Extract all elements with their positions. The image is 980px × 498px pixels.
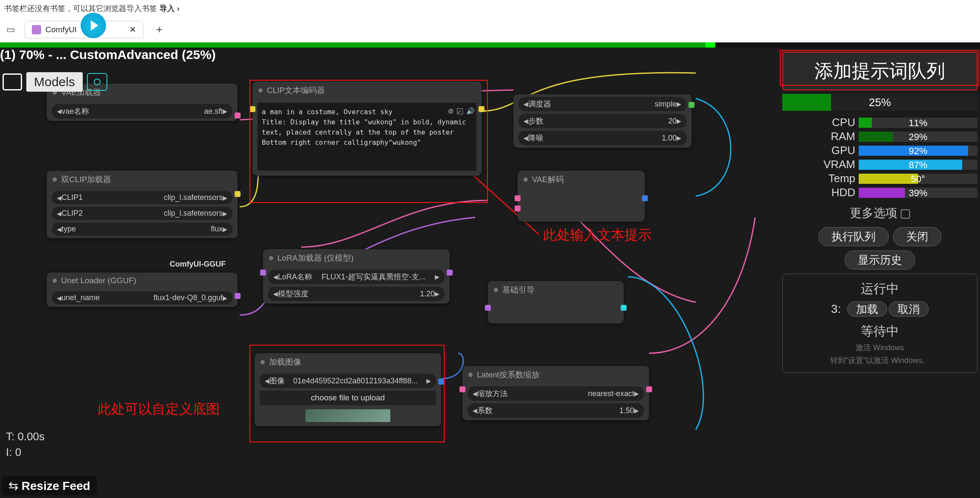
stat-row-gpu: GPU92% bbox=[782, 144, 977, 157]
socket-input[interactable] bbox=[485, 305, 491, 311]
node-title: 加载图像 bbox=[269, 357, 301, 368]
tab-home-icon[interactable]: ▭ bbox=[0, 20, 21, 39]
clip1-widget[interactable]: ◀CLIP1clip_l.safetensors▶ bbox=[52, 191, 232, 204]
steps-widget[interactable]: ◀步数20▶ bbox=[518, 114, 686, 128]
node-title: LoRA加载器 (仅模型) bbox=[277, 253, 353, 264]
bookmark-hint-text: 书签栏还没有书签，可以其它浏览器导入书签 bbox=[4, 3, 157, 14]
stat-row-hdd: HDD39% bbox=[782, 186, 977, 199]
socket-output[interactable] bbox=[235, 191, 241, 197]
node-latent-scale[interactable]: Latent按系数缩放 ◀缩放方法nearest-exact▶ ◀系数1.50▶ bbox=[462, 366, 649, 420]
waiting-title: 等待中 bbox=[783, 323, 977, 340]
node-title: Latent按系数缩放 bbox=[477, 369, 540, 380]
execution-stats: T: 0.00s I: 0 bbox=[6, 429, 45, 460]
stat-row-temp: Temp50° bbox=[782, 172, 977, 185]
chevron-right-icon[interactable]: ▶ bbox=[223, 108, 227, 115]
import-bookmarks-link[interactable]: 导入 › bbox=[160, 3, 179, 14]
node-lora-loader[interactable]: LoRA加载器 (仅模型) ◀LoRA名称FLUX1-超写实逼真黑悟空-支...… bbox=[263, 249, 450, 304]
node-basic-guide[interactable]: 基础引导 bbox=[488, 281, 624, 324]
lora-strength-widget[interactable]: ◀模型强度1.20▶ bbox=[268, 287, 445, 301]
link-icon[interactable]: ⊘ bbox=[448, 107, 454, 115]
socket-output[interactable] bbox=[438, 379, 444, 385]
windows-watermark-2: 转到"设置"以激活 Windows。 bbox=[783, 355, 977, 366]
camera-icon[interactable] bbox=[87, 73, 107, 91]
progress-percent: 25% bbox=[782, 96, 977, 109]
node-dual-clip-loader[interactable]: 双CLIP加载器 ◀CLIP1clip_l.safetensors▶ ◀CLIP… bbox=[47, 171, 238, 238]
node-title: 基础引导 bbox=[502, 284, 535, 295]
upload-file-button[interactable]: choose file to upload bbox=[260, 391, 436, 405]
lora-name-widget[interactable]: ◀LoRA名称FLUX1-超写实逼真黑悟空-支...▶ bbox=[268, 270, 445, 284]
image-preview bbox=[305, 409, 390, 422]
unet-name-widget[interactable]: ◀unet_nameflux1-dev-Q8_0.gguf▶ bbox=[52, 291, 232, 304]
clip2-widget[interactable]: ◀CLIP2clip_l.safetensors▶ bbox=[52, 207, 232, 220]
socket-output[interactable] bbox=[646, 386, 652, 392]
node-title: VAE解码 bbox=[532, 174, 564, 185]
global-progress-bar bbox=[0, 42, 980, 48]
load-button[interactable]: 加载 bbox=[847, 301, 887, 317]
running-count: 3: bbox=[831, 302, 841, 315]
scale-method-widget[interactable]: ◀缩放方法nearest-exact▶ bbox=[468, 386, 644, 401]
socket-input[interactable] bbox=[515, 195, 521, 201]
more-options-toggle[interactable]: 更多选项 bbox=[782, 205, 977, 221]
windows-watermark-1: 激活 Windows bbox=[783, 343, 977, 353]
prompt-textarea[interactable]: a man in a costume, Overcast sky Title: … bbox=[258, 103, 476, 171]
node-title: Unet Loader (GGUF) bbox=[61, 276, 136, 285]
stat-row-ram: RAM29% bbox=[782, 130, 977, 143]
socket-input[interactable] bbox=[459, 386, 465, 392]
node-vae-decode[interactable]: VAE解码 bbox=[518, 171, 645, 222]
browser-bookmark-bar: 书签栏还没有书签，可以其它浏览器导入书签 导入 › bbox=[0, 0, 980, 17]
new-tab-button[interactable]: + bbox=[156, 23, 162, 36]
progress-bar: 25% bbox=[782, 94, 977, 111]
folder-icon[interactable] bbox=[3, 73, 22, 90]
node-clip-text-encode[interactable]: CLIP文本编码器 ⊘ 🔊 a man in a costume, Overca… bbox=[252, 82, 482, 176]
chevron-left-icon[interactable]: ◀ bbox=[57, 108, 62, 115]
control-panel: 添加提示词队列 25% CPU11%RAM29%GPU92%VRAM87%Tem… bbox=[782, 52, 977, 373]
node-canvas[interactable]: (1) 70% - ... CustomAdvanced (25%) Model… bbox=[0, 48, 980, 498]
annotation-text-image: 此处可以自定义底图 bbox=[98, 400, 220, 419]
scheduler-widget[interactable]: ◀调度器simple▶ bbox=[518, 97, 686, 111]
socket-output[interactable] bbox=[689, 102, 694, 108]
socket-output[interactable] bbox=[235, 293, 241, 299]
tab-title: ComfyUI bbox=[45, 25, 77, 34]
node-load-image[interactable]: 加载图像 ◀图像01e4d459522cd2a8012193a34ff88...… bbox=[255, 353, 441, 426]
resize-feed-button[interactable]: Resize Feed bbox=[2, 476, 97, 495]
stat-iter: I: 0 bbox=[6, 445, 45, 460]
node-sampler-options[interactable]: ◀调度器simple▶ ◀步数20▶ ◀降噪1.00▶ bbox=[513, 94, 692, 148]
queue-prompt-button[interactable]: 添加提示词队列 bbox=[782, 52, 977, 90]
checkbox-icon[interactable] bbox=[457, 108, 463, 114]
cancel-button[interactable]: 取消 bbox=[889, 301, 929, 317]
node-unet-loader[interactable]: Unet Loader (GGUF) ◀unet_nameflux1-dev-Q… bbox=[47, 273, 238, 307]
stat-time: T: 0.00s bbox=[6, 429, 45, 444]
socket-input[interactable] bbox=[249, 106, 255, 112]
socket-output[interactable] bbox=[621, 305, 627, 311]
stat-row-vram: VRAM87% bbox=[782, 158, 977, 171]
show-history-button[interactable]: 显示历史 bbox=[845, 250, 915, 270]
socket-output[interactable] bbox=[235, 113, 241, 118]
socket-output[interactable] bbox=[642, 195, 648, 201]
socket-output[interactable] bbox=[479, 106, 484, 112]
socket-input-2[interactable] bbox=[515, 205, 521, 211]
browser-tab-bar: ▭ ComfyUI ✕ + bbox=[0, 17, 980, 42]
running-panel: 运行中 3: 加载 取消 等待中 激活 Windows 转到"设置"以激活 Wi… bbox=[782, 274, 977, 373]
exec-queue-button[interactable]: 执行队列 bbox=[818, 227, 889, 246]
speaker-icon[interactable]: 🔊 bbox=[466, 107, 475, 115]
gguf-badge: ComfyUI-GGUF bbox=[170, 260, 226, 269]
models-button[interactable]: Models bbox=[26, 72, 83, 92]
image-path-widget[interactable]: ◀图像01e4d459522cd2a8012193a34ff88...▶ bbox=[260, 374, 436, 388]
socket-input[interactable] bbox=[260, 270, 266, 276]
stat-row-cpu: CPU11% bbox=[782, 116, 977, 129]
checkbox-icon bbox=[901, 209, 910, 219]
running-title: 运行中 bbox=[783, 280, 977, 298]
close-button[interactable]: 关闭 bbox=[893, 227, 941, 246]
denoise-widget[interactable]: ◀降噪1.00▶ bbox=[518, 131, 686, 145]
socket-output[interactable] bbox=[447, 270, 453, 276]
clip-type-widget[interactable]: ◀typeflux▶ bbox=[52, 222, 232, 236]
play-overlay-icon[interactable] bbox=[81, 13, 106, 38]
node-title: CLIP文本编码器 bbox=[267, 85, 325, 96]
close-tab-icon[interactable]: ✕ bbox=[129, 25, 136, 34]
vae-name-widget[interactable]: ◀ vae名称 ae.sft ▶ bbox=[52, 104, 232, 118]
annotation-text-prompt: 此处输入文本提示 bbox=[543, 226, 652, 245]
favicon-icon bbox=[32, 25, 41, 34]
node-title: 双CLIP加载器 bbox=[61, 174, 111, 185]
scale-factor-widget[interactable]: ◀系数1.50▶ bbox=[468, 403, 644, 418]
